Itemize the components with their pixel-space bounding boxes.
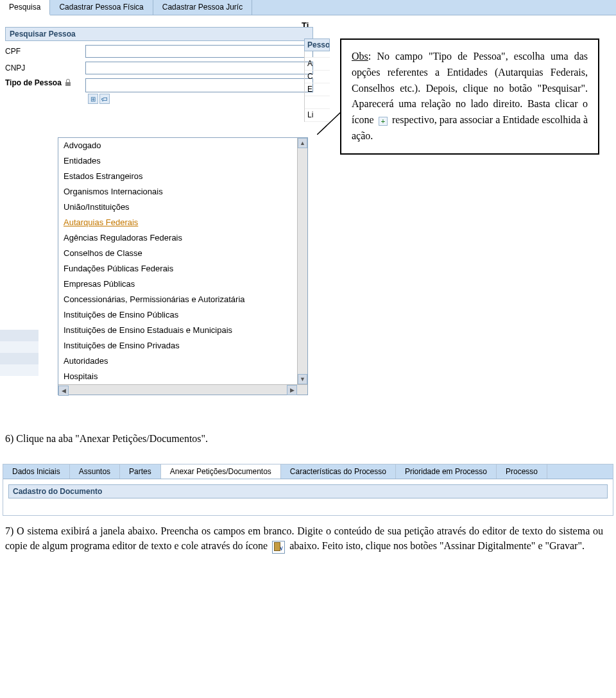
right-cell: Li (305, 109, 330, 122)
tipo-pessoa-dropdown[interactable]: Advogado Entidades Estados Estrangeiros … (58, 137, 308, 395)
dropdown-item[interactable]: Instituições de Ensino Privadas (58, 338, 297, 353)
dropdown-item[interactable]: Instituições de Ensino Estaduais e Munic… (58, 323, 297, 338)
scroll-down-icon[interactable]: ▼ (298, 374, 307, 384)
tab-processo[interactable]: Processo (497, 464, 547, 479)
dropdown-item[interactable]: Advogado (58, 138, 297, 153)
right-cell (305, 96, 330, 109)
blue-stripes-decor (0, 330, 38, 376)
tab-assuntos[interactable]: Assuntos (70, 464, 120, 479)
step6-text: 6) Clique na aba "Anexar Petições/Docume… (5, 431, 603, 446)
dropdown-item[interactable]: Empresas Públicas (58, 277, 297, 292)
dropdown-item[interactable]: Concessionárias, Permissionárias e Autor… (58, 292, 297, 307)
tab-cadastrar-fisica[interactable]: Cadastrar Pessoa Física (50, 0, 153, 15)
dropdown-item[interactable]: Autoridades (58, 353, 297, 369)
step7-text: 7) O sistema exibirá a janela abaixo. Pr… (5, 524, 603, 554)
right-cell: C (305, 71, 330, 83)
callout-lead: Obs (352, 51, 368, 62)
process-tab-bar: Dados Iniciais Assuntos Partes Anexar Pe… (3, 464, 613, 479)
scroll-left-icon[interactable]: ◀ (58, 386, 69, 396)
cadastro-documento-title: Cadastro do Documento (8, 484, 608, 498)
scroll-right-icon[interactable]: ▶ (287, 385, 297, 395)
dropdown-item[interactable]: Entidades (58, 153, 297, 169)
lock-icon (64, 79, 72, 87)
right-cell: A (305, 58, 330, 71)
panel-title: Pesquisar Pessoa (5, 27, 313, 41)
tag-icon[interactable]: 🏷 (99, 94, 110, 104)
dropdown-vscrollbar[interactable]: ▲ ▼ (297, 138, 307, 384)
paste-from-word-icon (272, 541, 285, 554)
tab-partes[interactable]: Partes (120, 464, 161, 479)
tab-caracteristicas[interactable]: Características do Processo (281, 464, 396, 479)
right-cell: E (305, 83, 330, 96)
tab-cadastrar-juridica[interactable]: Cadastrar Pessoa Juríc (153, 0, 252, 15)
cpf-input[interactable] (85, 45, 313, 58)
obs-callout: Obs: No campo "Tipo de Pessoa", escolha … (340, 38, 599, 155)
dropdown-item[interactable]: Estados Estrangeiros (58, 169, 297, 184)
tab-anexar-peticoes[interactable]: Anexar Petições/Documentos (161, 464, 281, 479)
panel-pesquisar-pessoa: Pesquisar Pessoa CPF CNPJ Tipo de Pessoa… (5, 27, 313, 104)
process-tabs-panel: Dados Iniciais Assuntos Partes Anexar Pe… (3, 464, 613, 516)
panel-right-fragment: Pesso A C E Li (304, 38, 330, 122)
dropdown-item[interactable]: União/Instituições (58, 200, 297, 215)
dropdown-hscrollbar[interactable]: ◀ ▶ (58, 384, 307, 395)
cnpj-input[interactable] (85, 62, 313, 74)
tab-pesquisa[interactable]: Pesquisa (0, 0, 50, 15)
add-plus-icon: + (379, 117, 388, 126)
dropdown-item[interactable]: Instituições de Ensino Públicas (58, 307, 297, 323)
dropdown-item[interactable]: Fundações Públicas Federais (58, 261, 297, 277)
tipo-pessoa-input[interactable] (85, 78, 313, 92)
tipo-pessoa-label: Tipo de Pessoa (5, 78, 62, 87)
dropdown-item[interactable]: Hospitais (58, 369, 297, 384)
dropdown-item[interactable]: Conselhos de Classe (58, 246, 297, 261)
cnpj-label: CNPJ (5, 64, 85, 72)
panel-right-title-fragment: Pesso (304, 38, 330, 51)
dropdown-item[interactable]: Agências Reguladoras Federais (58, 230, 297, 246)
dropdown-item-selected[interactable]: Autarquias Federais (58, 215, 297, 230)
dropdown-item[interactable]: Organismos Internacionais (58, 184, 297, 200)
dropdown-items: Advogado Entidades Estados Estrangeiros … (58, 138, 307, 395)
tab-dados-iniciais[interactable]: Dados Iniciais (3, 464, 70, 479)
scroll-up-icon[interactable]: ▲ (298, 138, 307, 148)
main-content: Ti Pesquisar Pessoa CPF CNPJ Tipo de Pes… (0, 15, 616, 426)
tab-prioridade[interactable]: Prioridade em Processo (396, 464, 497, 479)
tree-expand-icon[interactable]: ⊞ (88, 94, 98, 104)
top-tab-bar: Pesquisa Cadastrar Pessoa Física Cadastr… (0, 0, 616, 15)
cpf-label: CPF (5, 47, 85, 56)
